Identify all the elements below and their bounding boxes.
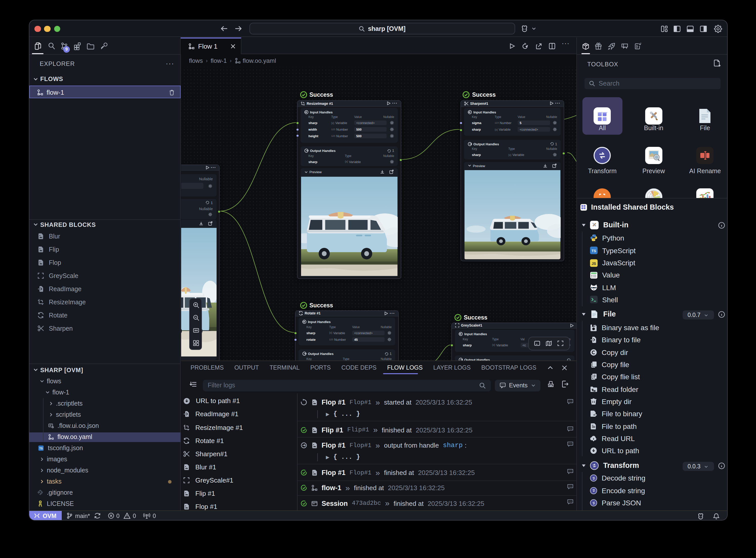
svg-text:TS: TS bbox=[39, 447, 43, 450]
svg-text:JS: JS bbox=[592, 261, 596, 265]
svg-text:TS: TS bbox=[592, 249, 596, 253]
